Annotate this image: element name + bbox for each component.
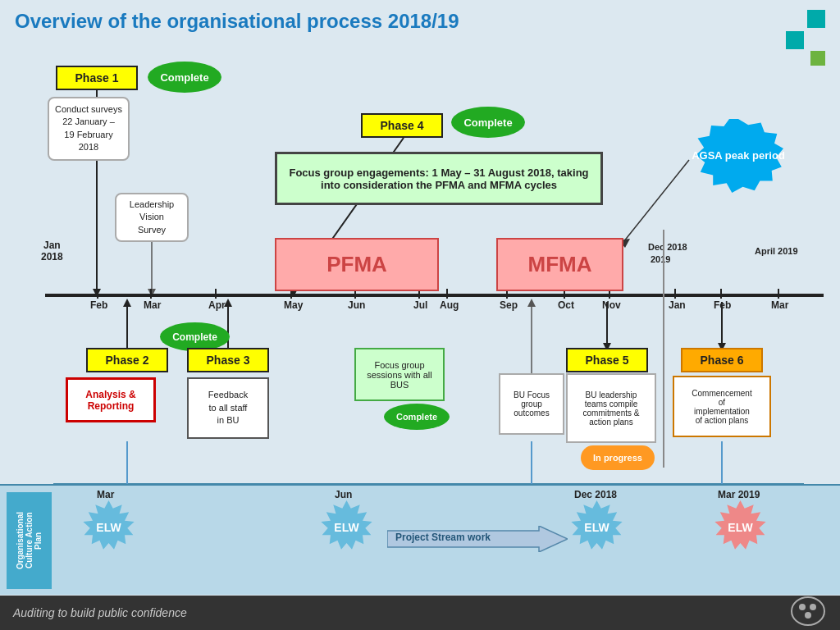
bu-focus-box: BU Focusgroupoutcomes — [499, 373, 564, 435]
footer: Auditing to build public confidence — [0, 596, 840, 630]
svg-marker-5 — [123, 299, 131, 307]
phase6-box: Phase 6 — [681, 348, 763, 372]
tick-aug — [446, 289, 448, 299]
tick-feb2019 — [720, 289, 722, 299]
elw-dec2018-label: Dec 2018 — [574, 489, 617, 500]
timeline-axis — [45, 294, 824, 297]
month-sep: Sep — [500, 299, 518, 311]
phase1-status: Complete — [160, 71, 208, 84]
phase5-box: Phase 5 — [566, 348, 648, 372]
svg-marker-11 — [527, 299, 536, 307]
dec2018-divider — [663, 230, 664, 468]
project-stream-text: Project Stream work — [395, 532, 491, 543]
elw-burst-inner-4: ELW — [714, 500, 767, 554]
elw-jun-label: Jun — [335, 489, 352, 500]
svg-point-28 — [792, 597, 824, 625]
jan2018-label: Jan2018 — [41, 240, 63, 262]
phase6-commencement-box: Commencementofimplementationof action pl… — [673, 376, 771, 437]
phase1-box: Phase 1 — [56, 66, 138, 90]
corner-decoration-1 — [807, 10, 825, 28]
month-aug: Aug — [440, 299, 459, 311]
mfma-label: MFMA — [528, 252, 592, 277]
elw-burst-2: ELW — [320, 500, 373, 554]
in-progress-text: In progress — [593, 453, 642, 463]
month-feb: Feb — [90, 299, 107, 311]
elw-text-4: ELW — [728, 521, 752, 534]
page-title: Overview of the organisational process 2… — [15, 10, 459, 33]
corner-decoration-2 — [786, 31, 804, 49]
phase2-label: Phase 2 — [106, 354, 149, 367]
analysis-reporting-box: Analysis &Reporting — [66, 377, 156, 422]
svg-line-16 — [623, 160, 689, 242]
footer-tagline: Auditing to build public confidence — [13, 606, 187, 619]
phase2-box: Phase 2 — [86, 348, 168, 372]
leadership-survey-text: LeadershipVisionSurvey — [130, 199, 174, 235]
svg-point-30 — [810, 604, 816, 610]
footer-logo — [790, 596, 827, 630]
focus-complete-badge: Complete — [384, 404, 450, 430]
phase4-complete-badge: Complete — [451, 107, 525, 138]
month-oct: Oct — [558, 299, 574, 311]
elw-text-1: ELW — [96, 521, 121, 534]
footer-logo-svg — [790, 596, 827, 627]
focus-group-main-box: Focus group engagements: 1 May – 31 Augu… — [275, 152, 603, 205]
month-mar: Mar — [144, 299, 161, 311]
elw-text-3: ELW — [584, 521, 609, 534]
project-stream-arrow-container: Project Stream work — [387, 526, 568, 552]
corner-decoration-3 — [810, 51, 825, 66]
mfma-box: MFMA — [496, 238, 623, 291]
phase5-label: Phase 5 — [586, 354, 629, 367]
phase4-status: Complete — [463, 116, 512, 129]
phase3-box: Phase 3 — [187, 348, 269, 372]
april2019-label: April 2019 — [755, 246, 798, 256]
agsa-burst: AGSA peak period — [689, 115, 788, 197]
elw-burst-inner-2: ELW — [320, 500, 373, 554]
month-nov: Nov — [602, 299, 621, 311]
pfma-box: PFMA — [275, 238, 439, 291]
elw-text-2: ELW — [334, 521, 358, 534]
month-feb2019: Feb — [714, 299, 731, 311]
elw-burst-inner-3: ELW — [570, 500, 623, 554]
tick-feb — [97, 289, 98, 299]
leadership-survey-box: LeadershipVisionSurvey — [115, 193, 189, 242]
month-apr: Apr — [208, 299, 226, 311]
ocap-label: OrganisationalCulture ActionPlan — [7, 492, 52, 589]
phase1-label: Phase 1 — [75, 71, 119, 84]
in-progress-badge: In progress — [581, 445, 655, 470]
month-jul: Jul — [413, 299, 427, 311]
phase3-feedback-box: Feedbackto all staffin BU — [187, 377, 269, 439]
phase2-complete-badge: Complete — [160, 322, 230, 351]
focus-group-main-text: Focus group engagements: 1 May – 31 Augu… — [281, 167, 596, 191]
svg-point-29 — [799, 604, 806, 610]
phase1-complete-badge: Complete — [148, 62, 221, 93]
elw-burst-3: ELW — [570, 500, 623, 554]
elw-burst-1: ELW — [82, 500, 135, 554]
tick-mar — [150, 289, 152, 299]
bu-leadership-box: BU leadershipteams compilecommitments &a… — [566, 373, 656, 443]
pfma-label: PFMA — [326, 252, 387, 277]
phase4-box: Phase 4 — [361, 113, 443, 138]
month-may: May — [284, 299, 303, 311]
tick-jan2019 — [674, 289, 676, 299]
phase2-status: Complete — [172, 331, 217, 343]
elw-mar2019-label: Mar 2019 — [718, 489, 760, 500]
month-jun: Jun — [348, 299, 365, 311]
agsa-text: AGSA peak period — [692, 149, 785, 163]
focus-sessions-box: Focus group sessions with all BUS — [354, 348, 445, 401]
conduct-surveys-box: Conduct surveys22 January –19 February20… — [48, 97, 130, 161]
elw-mar-label: Mar — [97, 489, 114, 500]
phase3-label: Phase 3 — [207, 354, 250, 367]
dec2018-label: Dec 2018 — [648, 242, 687, 252]
ocap-text: OrganisationalCulture ActionPlan — [16, 512, 43, 569]
phase4-label: Phase 4 — [381, 119, 424, 132]
svg-point-31 — [805, 612, 811, 619]
elw-burst-4: ELW — [714, 500, 767, 554]
phase6-label: Phase 6 — [701, 354, 744, 367]
tick-apr — [215, 289, 217, 299]
tick-mar2019 — [778, 289, 779, 299]
main-container: Overview of the organisational process 2… — [0, 0, 840, 630]
focus-sessions-text: Focus group sessions with all BUS — [359, 360, 440, 390]
month-mar2019: Mar — [771, 299, 788, 311]
elw-burst-inner-1: ELW — [82, 500, 135, 554]
y2019-label: 2019 — [651, 254, 670, 264]
